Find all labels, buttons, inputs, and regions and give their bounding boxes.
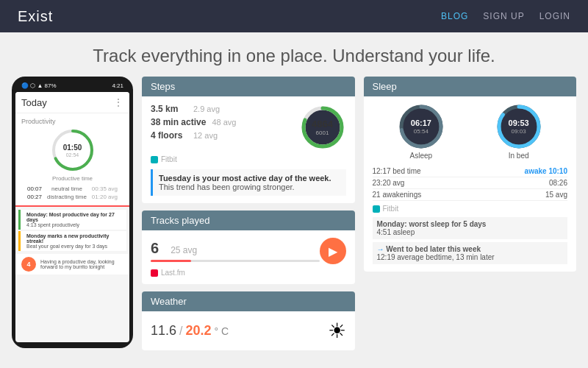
mood-section: 4 Having a productive day, looking forwa… [15,254,129,275]
asleep-label: Asleep [398,152,444,160]
productive-time-label: Productive time [21,175,123,182]
sleep-trend-text: Went to bed later this week [386,245,481,253]
phone-clock: 4:21 [112,82,123,89]
lastfm-icon [151,269,158,277]
temp-low: 11.6 [151,323,176,339]
app-logo: Exist [18,8,53,25]
steps-min-active: 38 min active [151,117,206,127]
steps-insight-bold: Tuesday is your most active day of the w… [159,174,331,183]
steps-goal: 6001 [312,130,333,136]
steps-insight-text: This trend has been growing stronger. [159,183,295,191]
sleep-header: Sleep [364,77,577,96]
steps-insight: Tuesday is your most active day of the w… [151,169,346,196]
productivity-sub-time: 02:54 [63,152,82,158]
asleep-sub-time: 05:54 [411,128,431,135]
sleep-trend: → Went to bed later this week 12:19 aver… [373,242,568,264]
phone-status-bar: 🔵 ⬡ ▲ 87% 4:21 [15,82,129,92]
inbed-main-time: 09:53 [509,118,529,128]
steps-floors: 4 floors [151,130,187,141]
right-panel-column: Sleep 06:17 [364,77,577,350]
sleep-insight: Monday: worst sleep for 5 days 4:51 asle… [373,217,568,239]
fitbit-icon [151,156,158,163]
activity-item-2: Monday marks a new productivity streak! … [18,231,126,251]
mood-value: 4 [21,257,36,272]
fitbit-sleep-icon [373,205,380,213]
panels-wrapper: Steps 3.5 km 2.9 avg 38 min active 48 av… [142,77,576,350]
hero-section: Track everything in one place. Understan… [0,32,588,77]
neutral-time-value: 00:07 [27,185,42,192]
weather-header: Weather [142,291,355,311]
tracks-avg: 25 avg [171,245,197,255]
sleep-stat-row-1: 12:17 bed time awake 10:10 [373,166,568,177]
inbed-label: In bed [496,152,542,160]
tracks-header: Tracks played [142,210,355,230]
steps-panel: Steps 3.5 km 2.9 avg 38 min active 48 av… [142,77,355,203]
sleep-insight-sub: 4:51 asleep [377,228,564,236]
main-content: 🔵 ⬡ ▲ 87% 4:21 Today ⋮ Productivity [0,77,588,350]
sleep-stat-row-3: 21 awakenings 15 avg [373,189,568,201]
music-icon: ▶ [320,238,346,264]
nav-links: Blog SIGN UP LOGIN [441,11,570,21]
inbed-sub-time: 09:03 [509,128,529,135]
sleep-inbed-item: 09:53 09:03 In bed [496,104,542,160]
steps-km: 3.5 km [151,104,187,114]
nav-link-blog[interactable]: Blog [441,11,468,21]
tracks-bar-fill [151,260,191,262]
steps-header: Steps [142,77,355,96]
nav-link-login[interactable]: LOGIN [539,11,570,21]
sleep-stats: 12:17 bed time awake 10:10 23:20 avg 08:… [373,166,568,201]
neutral-time-avg: 00:35 avg [92,185,118,192]
phone-mockup: 🔵 ⬡ ▲ 87% 4:21 Today ⋮ Productivity [12,77,133,348]
weather-panel: Weather 11.6 / 20.2 ° C ☀ [142,291,355,350]
productivity-label: Productivity [21,118,123,125]
left-panel-column: Steps 3.5 km 2.9 avg 38 min active 48 av… [142,77,355,350]
temp-unit: ° C [215,325,229,337]
steps-count: 4864 [312,118,333,130]
sleep-source: Fitbit [373,205,568,213]
sleep-stat-row-2: 23:20 avg 08:26 [373,177,568,189]
temp-high: 20.2 [186,323,212,339]
mood-text: Having a productive day, looking forward… [40,259,123,269]
trend-arrow-icon: → [377,245,387,253]
steps-donut: 4864 6001 [299,104,346,151]
sleep-asleep-item: 06:17 05:54 Asleep [398,104,444,160]
distracting-time-value: 00:27 [27,194,42,200]
phone-menu-icon[interactable]: ⋮ [113,96,123,108]
distracting-time-avg: 01:20 avg [92,194,118,200]
phone-screen-title: Today [21,97,47,108]
sleep-panel: Sleep 06:17 [364,77,577,272]
asleep-main-time: 06:17 [411,118,431,128]
tracks-source: Last.fm [151,269,346,277]
tracks-value: 6 [151,240,159,257]
weather-temp: 11.6 / 20.2 ° C [151,323,229,339]
phone-status-icons: 🔵 ⬡ ▲ 87% [21,82,57,89]
hero-tagline: Track everything in one place. Understan… [0,46,588,66]
steps-source: Fitbit [151,155,346,163]
activity-item-1: Monday: Most productive day for 27 days … [18,210,126,230]
sleep-insight-text: Monday: worst sleep for 5 days [377,220,487,228]
nav-link-signup[interactable]: SIGN UP [483,11,524,21]
tracks-panel: Tracks played 6 25 avg ▶ [142,210,355,284]
weather-sun-icon: ☀ [328,319,346,343]
productivity-main-time: 01:50 [63,144,82,152]
sleep-trend-sub: 12:19 average bedtime, 13 min later [377,253,564,261]
